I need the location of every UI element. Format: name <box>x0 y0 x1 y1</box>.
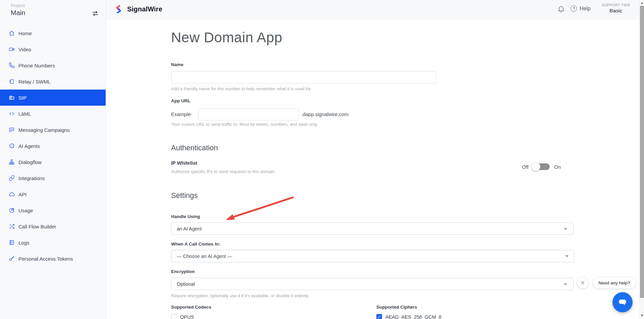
chat-close-button[interactable]: ✕ <box>577 277 588 288</box>
aead-aes-256-gcm-8-checkbox[interactable]: ✓ <box>376 314 382 319</box>
ip-whitelist-helper: Authorize specific IPs to send requests … <box>171 169 276 174</box>
codec-opus-row: OPUS <box>171 314 194 319</box>
support-tier-label: SUPPORT TIER <box>594 3 638 7</box>
topbar: SignalWire ? Help SUPPORT TIER Basic <box>106 0 644 19</box>
chevron-down-icon <box>563 226 568 231</box>
sidebar-item-dialogflow[interactable]: Dialogflow <box>0 154 106 170</box>
scrollbar-down-arrow-icon[interactable] <box>641 315 643 317</box>
scrollbar-thumb[interactable] <box>640 6 644 298</box>
app-url-suffix: .dapp.signalwire.com <box>301 108 348 120</box>
help-button[interactable]: ? Help <box>571 5 591 12</box>
toggle-knob[interactable] <box>532 162 540 171</box>
sidebar-item-laml[interactable]: LāML <box>0 106 106 122</box>
sidebar-item-sip[interactable]: SIP <box>0 90 106 106</box>
close-icon: ✕ <box>580 280 585 286</box>
chat-bubble-icon <box>617 297 628 308</box>
app-url-label: App URL <box>171 98 191 103</box>
settings-heading: Settings <box>171 191 198 200</box>
key-icon <box>9 256 15 262</box>
main-content: New Domain App Name Add a friendly name … <box>106 19 639 319</box>
app-url-input[interactable] <box>198 108 299 120</box>
opus-checkbox[interactable] <box>171 314 177 319</box>
app-url-prefix: Example- <box>171 108 192 120</box>
chevron-down-icon <box>563 282 568 286</box>
sidebar-item-ai-agents[interactable]: AI Agents <box>0 138 106 154</box>
sidebar-item-usage[interactable]: Usage <box>0 202 106 218</box>
logbook-icon <box>9 240 15 246</box>
sidebar: Project Main Home Video Phone Numbers <box>0 0 106 319</box>
encryption-helper: Require encryption, optionally use it if… <box>171 293 309 298</box>
authentication-heading: Authentication <box>171 144 218 152</box>
app-url-helper: Your custom URL to send traffic to. Must… <box>171 122 318 127</box>
name-label: Name <box>171 62 183 67</box>
shuffle-icon <box>9 223 15 229</box>
support-tier-value: Basic <box>594 8 638 14</box>
supported-codecs-label: Supported Codecs <box>171 305 211 310</box>
sidebar-item-call-flow-builder[interactable]: Call Flow Builder <box>0 218 106 234</box>
ip-whitelist-toggle-group: Off On <box>522 162 561 172</box>
message-bubble-icon <box>9 127 15 133</box>
brand[interactable]: SignalWire <box>114 5 162 14</box>
signalwire-dashboard: Project Main Home Video Phone Numbers <box>0 0 644 319</box>
toggle-on-label: On <box>554 164 561 170</box>
supported-ciphers-label: Supported Ciphers <box>376 305 417 310</box>
sidebar-nav: Home Video Phone Numbers Relay / SWML SI… <box>0 25 106 267</box>
page-title: New Domain App <box>171 30 282 46</box>
scrollbar-up-arrow-icon[interactable] <box>641 2 643 4</box>
project-label: Project <box>11 3 106 8</box>
chat-smile-icon <box>9 143 15 149</box>
switch-project-icon[interactable] <box>92 10 99 18</box>
encryption-label: Encryption <box>171 269 195 274</box>
red-annotation-arrow <box>221 193 302 228</box>
project-switcher: Project Main <box>0 0 106 19</box>
sidebar-item-personal-access-tokens[interactable]: Personal Access Tokens <box>0 251 106 267</box>
phone-icon <box>9 62 15 68</box>
toggle-off-label: Off <box>522 164 529 170</box>
sidebar-item-api[interactable]: API <box>0 186 106 202</box>
name-input[interactable] <box>171 71 436 84</box>
video-camera-icon <box>9 46 15 52</box>
sidebar-item-relay-swml[interactable]: Relay / SWML <box>0 73 106 90</box>
brand-name: SignalWire <box>127 5 162 13</box>
handle-using-label: Handle Using <box>171 214 200 219</box>
sidebar-item-home[interactable]: Home <box>0 25 106 41</box>
support-tier: SUPPORT TIER Basic <box>594 3 638 14</box>
code-icon <box>9 111 15 117</box>
sidebar-item-integrations[interactable]: Integrations <box>0 170 106 186</box>
ip-whitelist-toggle[interactable] <box>533 163 550 170</box>
vertical-scrollbar[interactable] <box>639 0 644 319</box>
sidebar-item-video[interactable]: Video <box>0 41 106 57</box>
sidebar-item-messaging-campaigns[interactable]: Messaging Campaigns <box>0 122 106 138</box>
relay-chip-icon <box>9 78 15 85</box>
dropdown-arrow-icon <box>565 255 569 257</box>
question-mark-icon: ? <box>571 5 577 12</box>
sip-phone-icon <box>9 95 15 101</box>
cipher-aead-row: ✓ AEAD_AES_256_GCM_8 <box>376 314 441 319</box>
link-icon <box>9 175 15 181</box>
when-call-comes-in-select[interactable]: — Choose an AI Agent — <box>171 250 574 262</box>
pie-chart-icon <box>9 207 15 213</box>
chat-tooltip: Need any help? <box>593 277 636 288</box>
notifications-bell-icon[interactable] <box>557 6 565 13</box>
chat-launcher-button[interactable] <box>612 292 633 312</box>
sidebar-item-phone-numbers[interactable]: Phone Numbers <box>0 57 106 73</box>
home-icon <box>9 30 15 36</box>
encryption-select[interactable]: Optional <box>171 278 574 290</box>
sitemap-icon <box>9 159 15 165</box>
signalwire-logo-icon <box>114 5 123 14</box>
cloud-icon <box>9 191 15 197</box>
ip-whitelist-label: IP Whitelist <box>171 160 197 166</box>
sidebar-item-logs[interactable]: Logs <box>0 234 106 251</box>
when-call-comes-in-label: When A Call Comes In: <box>171 242 220 247</box>
name-helper: Add a friendly name for this number to h… <box>171 86 312 91</box>
